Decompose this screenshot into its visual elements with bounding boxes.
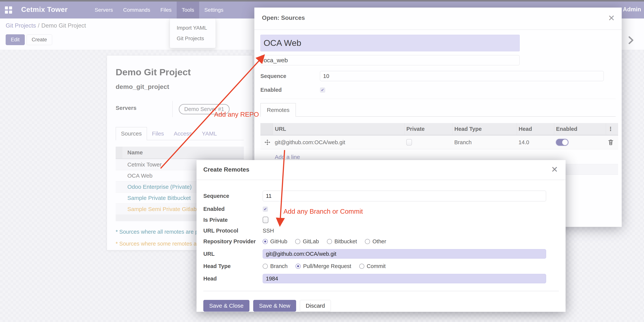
repository-provider-field-row: Repository Provider GitHub GitLab Bitbuc… xyxy=(203,238,559,245)
radio-icon xyxy=(365,239,370,244)
create-modal-footer: Save & Close Save & New Discard xyxy=(196,291,566,320)
save-and-close-button[interactable]: Save & Close xyxy=(203,300,250,312)
radio-icon xyxy=(359,264,364,269)
radio-label: GitLab xyxy=(303,238,319,245)
enabled-field-row: Enabled ✔ xyxy=(203,206,559,212)
radio-commit[interactable]: Commit xyxy=(359,263,386,269)
url-protocol-value: SSH xyxy=(263,228,274,234)
create-modal-body: Sequence 11 Enabled ✔ Is Private URL Pro… xyxy=(196,180,566,291)
radio-label: Other xyxy=(372,238,386,245)
sequence-input[interactable]: 11 xyxy=(263,191,546,201)
head-label: Head xyxy=(203,276,263,282)
url-protocol-field-row: URL Protocol SSH xyxy=(203,228,559,234)
is-private-checkbox[interactable] xyxy=(263,217,268,223)
radio-selected-icon xyxy=(296,264,301,269)
head-type-radios: Branch Pull/Merge Request Commit xyxy=(263,263,386,269)
radio-github[interactable]: GitHub xyxy=(263,238,287,245)
enabled-label: Enabled xyxy=(203,206,263,212)
url-field-row: URL git@github.com:OCA/web.git xyxy=(203,249,559,259)
radio-icon xyxy=(263,264,268,269)
is-private-label: Is Private xyxy=(203,217,263,223)
create-modal-title: Create Remotes xyxy=(203,166,559,173)
radio-icon xyxy=(295,239,300,244)
discard-button[interactable]: Discard xyxy=(300,300,331,312)
sequence-label: Sequence xyxy=(203,193,263,199)
is-private-field-row: Is Private xyxy=(203,217,559,223)
repository-provider-radios: GitHub GitLab Bitbucket Other xyxy=(263,238,386,245)
radio-label: Pull/Merge Request xyxy=(303,263,351,269)
radio-icon xyxy=(327,239,332,244)
enabled-checkbox[interactable]: ✔ xyxy=(263,206,268,212)
radio-bitbucket[interactable]: Bitbucket xyxy=(327,238,357,245)
url-input[interactable]: git@github.com:OCA/web.git xyxy=(263,249,546,259)
radio-selected-icon xyxy=(263,239,268,244)
save-and-new-button[interactable]: Save & New xyxy=(253,300,296,312)
radio-gitlab[interactable]: GitLab xyxy=(295,238,319,245)
radio-other[interactable]: Other xyxy=(365,238,386,245)
url-protocol-label: URL Protocol xyxy=(203,228,263,234)
head-type-label: Head Type xyxy=(203,263,263,269)
radio-pull-merge-request[interactable]: Pull/Merge Request xyxy=(296,263,351,269)
head-type-field-row: Head Type Branch Pull/Merge Request Comm… xyxy=(203,263,559,269)
create-modal-header: Create Remotes ✕ xyxy=(196,160,566,180)
close-icon[interactable]: ✕ xyxy=(551,165,558,174)
head-input[interactable]: 1984 xyxy=(263,274,546,283)
sequence-field-row: Sequence 11 xyxy=(203,191,559,201)
repository-provider-label: Repository Provider xyxy=(203,238,263,245)
radio-label: Bitbucket xyxy=(334,238,357,245)
radio-label: Commit xyxy=(367,263,386,269)
radio-label: Branch xyxy=(270,263,288,269)
create-remotes-modal: Create Remotes ✕ Sequence 11 Enabled ✔ I… xyxy=(196,160,566,312)
head-field-row: Head 1984 xyxy=(203,274,559,283)
url-label: URL xyxy=(203,251,263,257)
radio-label: GitHub xyxy=(270,238,287,245)
radio-branch[interactable]: Branch xyxy=(263,263,288,269)
